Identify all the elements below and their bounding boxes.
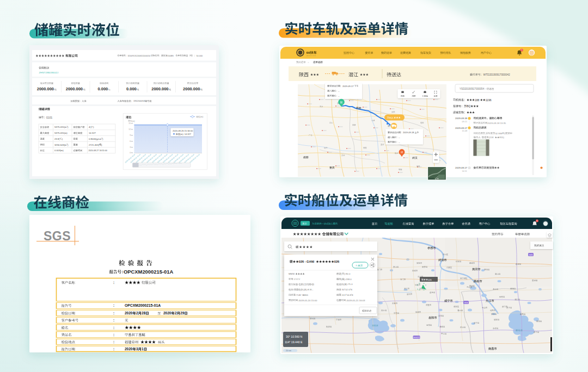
svg-text:32009131200611100010: 32009131200611100010: [128, 55, 151, 57]
svg-text:0.8006(g/cm: 0.8006(g/cm: [89, 138, 102, 140]
svg-text:4(: 4(: [89, 126, 91, 128]
svg-text:2: 2: [136, 311, 138, 315]
svg-text:3 m: 3 m: [130, 146, 133, 148]
svg-text:(m): 14.327: (m): 14.327: [180, 133, 192, 135]
svg-text:OPCXM2000215-01A: OPCXM2000215-01A: [125, 303, 161, 307]
svg-text:1: 1: [521, 49, 522, 51]
svg-text:150BS: 150BS: [167, 55, 174, 57]
svg-text:56.8: 56.8: [347, 294, 352, 296]
svg-text:026: 026: [334, 260, 339, 263]
svg-text:9 m: 9 m: [130, 134, 133, 137]
svg-text:5375.031(m): 5375.031(m): [54, 132, 68, 134]
svg-text:(158: (158: [489, 136, 494, 139]
svg-text:BQL: BQL: [389, 116, 394, 119]
svg-text::YYYY: :YYYY: [293, 278, 301, 281]
svg-text:(m): (m): [132, 120, 134, 122]
svg-text:2721.463(: 2721.463(: [89, 144, 99, 146]
svg-text::2019-05-20 15:00: :2019-05-20 15:00: [298, 299, 317, 302]
svg-text:2019-09-18: 2019-09-18: [455, 117, 468, 120]
svg-text:LELIUKUAICHE: LELIUKUAICHE: [307, 55, 316, 57]
svg-text:ZHNT19B038002J: ZHNT19B038002J: [39, 71, 59, 74]
svg-text::: :: [113, 311, 114, 315]
svg-text::: :: [113, 333, 114, 337]
svg-text:2019-09-18: 2019-09-18: [403, 131, 414, 134]
svg-text:28: 28: [142, 311, 146, 315]
svg-text:20 nm: 20 nm: [286, 350, 291, 352]
svg-text:2019-09-17: 2019-09-17: [455, 166, 468, 169]
svg-text:2020-08-27 16:55:00: 2020-08-27 16:55:00: [89, 150, 107, 152]
svg-text::: :: [113, 347, 114, 351]
svg-text:09:21: 09:21: [462, 121, 467, 123]
svg-text:2000.000: 2000.000: [66, 86, 83, 91]
svg-text:3256.643(m: 3256.643(m: [54, 144, 67, 146]
svg-text:G0422: G0422: [413, 336, 420, 339]
svg-text:BQ: BQ: [467, 104, 470, 108]
svg-text::2019-05-21 16:03: :2019-05-21 16:03: [346, 299, 365, 302]
svg-text:14:11: 14:11: [462, 170, 467, 172]
svg-text:0.000: 0.000: [98, 86, 108, 91]
svg-text::113: :113: [341, 294, 346, 296]
svg-text:WTD20190917000042: WTD20190917000042: [483, 73, 510, 76]
svg-text::: :: [298, 283, 298, 286]
svg-text::: :: [113, 340, 114, 344]
svg-text:026: 026: [428, 278, 432, 281]
svg-text:E: E: [352, 294, 353, 296]
svg-text:2020: 2020: [125, 347, 133, 351]
svg-text::: :: [113, 303, 114, 307]
svg-text:2: 2: [175, 311, 177, 315]
svg-text:G56: G56: [464, 301, 468, 304]
svg-text::: :: [113, 326, 114, 330]
svg-text:2020-08-26 15:34:00: 2020-08-26 15:34:00: [173, 129, 193, 132]
svg-text:855): 855): [499, 136, 504, 139]
svg-text::: :: [113, 318, 114, 322]
svg-text:14.327: 14.327: [89, 132, 96, 134]
svg-text:5: 5: [537, 220, 538, 222]
svg-text:02.6: 02.6: [345, 288, 350, 291]
svg-text:50.000: 50.000: [197, 55, 203, 57]
svg-text:026 - GANI: 026 - GANI: [299, 260, 315, 263]
svg-text:2020: 2020: [125, 311, 133, 315]
svg-text:29: 29: [180, 311, 185, 315]
svg-text:G45: G45: [529, 253, 533, 256]
svg-text:MMSI: MMSI: [289, 272, 295, 275]
svg-text:0.003(m): 0.003(m): [54, 149, 64, 152]
svg-text:,: ,: [505, 132, 505, 135]
svg-text:2020: 2020: [163, 311, 171, 315]
svg-text:15 m: 15 m: [128, 122, 133, 125]
svg-text:191200053: 191200053: [133, 100, 145, 102]
svg-text:2019-09-18 13:35: 2019-09-18 13:35: [487, 122, 506, 125]
svg-text:0 m: 0 m: [130, 152, 133, 154]
svg-text:):238.0: ):238.0: [344, 278, 352, 281]
svg-text:1196: 1196: [486, 98, 492, 102]
svg-text:30° 10.560 N: 30° 10.560 N: [286, 335, 303, 338]
svg-text:N: N: [351, 288, 352, 291]
svg-text:1: 1: [142, 347, 144, 351]
svg-text:YSD20190917000054 -: YSD20190917000054 -: [460, 88, 486, 90]
svg-text:2019-09-17: 2019-09-17: [455, 127, 468, 129]
svg-text:):90.0: ):90.0: [344, 272, 351, 275]
svg-text:2000.000: 2000.000: [37, 86, 54, 91]
svg-text::: :: [480, 136, 481, 139]
svg-text:,: ,: [485, 132, 486, 135]
svg-text::: :: [113, 281, 114, 284]
svg-text:66: 66: [307, 51, 310, 54]
svg-text:3: 3: [136, 347, 138, 351]
svg-text:2000.000: 2000.000: [183, 86, 200, 91]
svg-text:15:48: 15:48: [462, 130, 467, 132]
svg-text:5375.031(m: 5375.031(m: [54, 126, 67, 128]
svg-text:12 m: 12 m: [128, 128, 133, 131]
svg-text::30: :30: [341, 288, 345, 291]
svg-text:23.8(: 23.8(: [54, 138, 60, 140]
svg-text:):75.0: ):75.0: [347, 283, 353, 286]
svg-text:2000.000: 2000.000: [151, 86, 168, 91]
svg-text:32.998: 32.998: [495, 132, 503, 135]
svg-text:):8.9/--: ):8.9/--: [307, 288, 314, 291]
svg-text:6 m: 6 m: [130, 140, 133, 142]
svg-text:114° 19.440 E: 114° 19.440 E: [285, 340, 303, 344]
svg-text:2019-09-17: 2019-09-17: [342, 85, 354, 88]
svg-text:188: 188: [475, 98, 480, 102]
svg-text:(m): (m): [200, 116, 204, 118]
svg-text:OPCXM2000215-01A: OPCXM2000215-01A: [124, 269, 173, 275]
svg-text:G101: G101: [46, 116, 53, 119]
svg-text::YUE YANG: :YUE YANG: [296, 294, 309, 296]
